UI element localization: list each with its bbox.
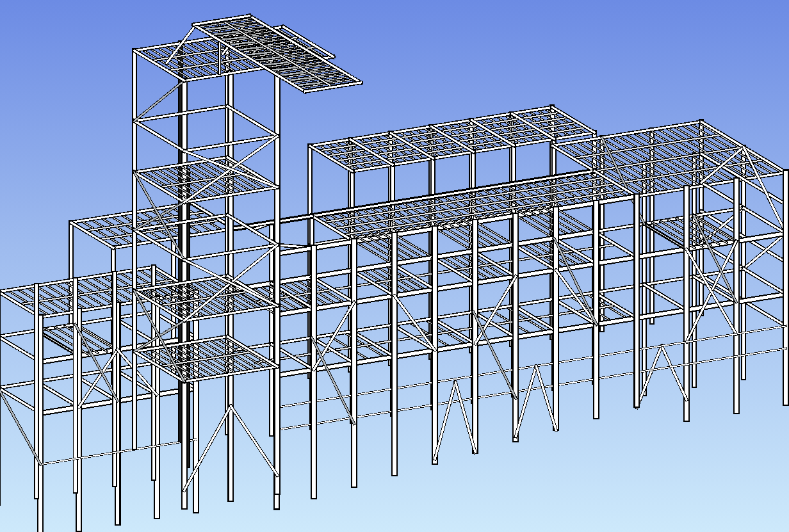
- model-viewport[interactable]: [0, 0, 789, 532]
- cad-application-stage: [0, 0, 789, 532]
